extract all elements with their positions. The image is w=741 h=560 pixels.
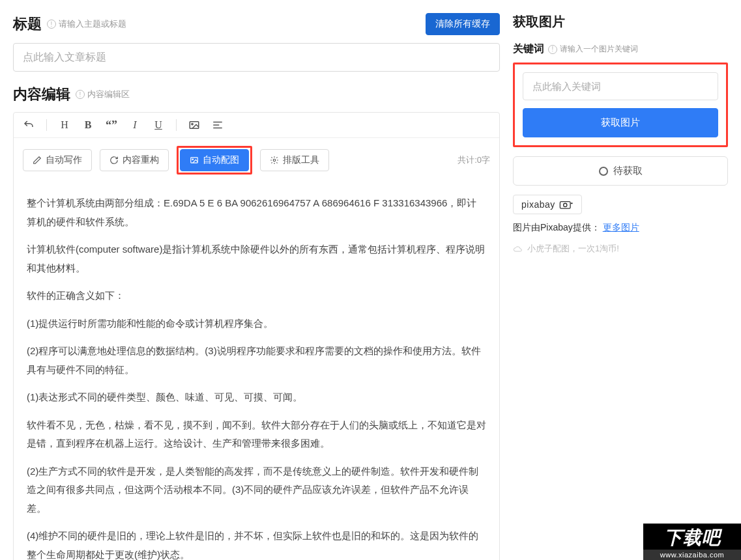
clear-cache-button[interactable]: 清除所有缓存 bbox=[426, 13, 500, 35]
italic-icon[interactable]: I bbox=[129, 119, 141, 131]
svg-point-1 bbox=[192, 123, 193, 124]
content-paragraph: 整个计算机系统由两部分组成：E.69DA 5 E 6 BA 9062616964… bbox=[27, 194, 486, 231]
format-toolbar: H B “” I U bbox=[14, 113, 499, 138]
svg-point-9 bbox=[563, 203, 566, 206]
layout-tool-button[interactable]: 排版工具 bbox=[260, 149, 329, 171]
action-toolbar: 自动写作 内容重构 自动配图 排版工具 bbox=[14, 138, 499, 182]
provider-line: 图片由Pixabay提供： 更多图片 bbox=[513, 222, 728, 234]
info-icon: ! bbox=[47, 20, 56, 29]
content-paragraph: (4)维护不同的硬件是旧的，理论上软件是旧的，并不坏，但实际上软件也是旧的和坏的… bbox=[27, 527, 486, 560]
keyword-header: 关键词 ! 请输入一个图片关键词 bbox=[513, 42, 728, 56]
heading-icon[interactable]: H bbox=[59, 119, 70, 131]
content-label: 内容编辑 bbox=[13, 85, 70, 104]
pending-button[interactable]: 待获取 bbox=[513, 156, 728, 186]
auto-image-highlight: 自动配图 bbox=[177, 146, 252, 175]
content-paragraph: 软件看不见，无色，枯燥，看不见，摸不到，闻不到。软件大部分存在于人们的头脑或纸上… bbox=[27, 416, 486, 453]
svg-point-6 bbox=[192, 159, 194, 160]
content-paragraph: (1)提供运行时所需功能和性能的命令或计算机程序集合。 bbox=[27, 315, 486, 333]
keyword-highlight-box: 获取图片 bbox=[513, 63, 728, 147]
title-label: 标题 bbox=[13, 14, 42, 34]
quote-icon[interactable]: “” bbox=[106, 119, 117, 131]
camera-icon bbox=[559, 200, 574, 209]
pixabay-badge[interactable]: pixabay bbox=[513, 195, 582, 214]
auto-image-button[interactable]: 自动配图 bbox=[180, 149, 249, 171]
title-header: 标题 ! 请输入主题或标题 清除所有缓存 bbox=[13, 13, 500, 35]
keyword-hint: ! 请输入一个图片关键词 bbox=[548, 44, 638, 55]
title-hint: ! 请输入主题或标题 bbox=[47, 18, 126, 30]
fetch-image-button[interactable]: 获取图片 bbox=[523, 108, 718, 137]
svg-rect-10 bbox=[571, 203, 573, 204]
keyword-input[interactable] bbox=[523, 72, 718, 100]
bold-icon[interactable]: B bbox=[82, 119, 94, 131]
svg-point-7 bbox=[273, 159, 276, 161]
restructure-button[interactable]: 内容重构 bbox=[100, 149, 169, 171]
watermark: 下载吧 www.xiazaiba.com bbox=[643, 524, 741, 560]
content-paragraph: (2)生产方式不同的软件是开发，是人类智能的高发挥，而不是传统意义上的硬件制造。… bbox=[27, 462, 486, 518]
main-column: 标题 ! 请输入主题或标题 清除所有缓存 内容编辑 ! 内容编辑区 bbox=[13, 13, 500, 560]
sidebar-title: 获取图片 bbox=[513, 13, 728, 31]
undo-icon[interactable] bbox=[23, 119, 35, 131]
editor-box: H B “” I U 自动写作 bbox=[13, 112, 500, 560]
char-count: 共计:0字 bbox=[458, 154, 490, 166]
keyword-label: 关键词 bbox=[513, 42, 544, 56]
align-icon[interactable] bbox=[212, 119, 224, 131]
info-icon: ! bbox=[548, 45, 557, 54]
footer-note: 小虎子配图，一次1淘币! bbox=[513, 243, 728, 255]
article-title-input[interactable] bbox=[13, 43, 500, 72]
sidebar: 获取图片 关键词 ! 请输入一个图片关键词 获取图片 待获取 pixabay 图… bbox=[513, 13, 728, 560]
circle-icon bbox=[599, 167, 608, 176]
underline-icon[interactable]: U bbox=[153, 119, 164, 131]
svg-rect-8 bbox=[560, 202, 570, 209]
content-paragraph: 软件的正确含义如下： bbox=[27, 287, 486, 305]
image-icon[interactable] bbox=[188, 119, 200, 131]
content-header: 内容编辑 ! 内容编辑区 bbox=[13, 85, 500, 104]
content-hint: ! 内容编辑区 bbox=[76, 89, 130, 100]
more-images-link[interactable]: 更多图片 bbox=[603, 222, 639, 232]
content-paragraph: (2)程序可以满意地处理信息的数据结构。(3)说明程序功能要求和程序需要的文档的… bbox=[27, 342, 486, 379]
content-paragraph: 计算机软件(computer software)是指计算机系统中除硬件以外的所有… bbox=[27, 240, 486, 277]
content-area[interactable]: 整个计算机系统由两部分组成：E.69DA 5 E 6 BA 9062616964… bbox=[14, 182, 499, 560]
info-icon: ! bbox=[76, 90, 85, 99]
content-paragraph: (1)表达形式不同的硬件类型、颜色、味道、可见、可摸、可闻。 bbox=[27, 388, 486, 407]
cloud-icon bbox=[513, 245, 523, 253]
auto-write-button[interactable]: 自动写作 bbox=[23, 149, 92, 171]
